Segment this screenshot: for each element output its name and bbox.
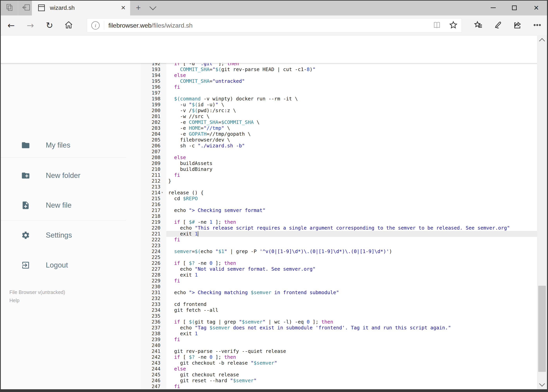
sidebar-item-new-folder[interactable]: New folder: [1, 165, 138, 186]
favorite-star-button[interactable]: [445, 19, 462, 32]
sidebar-item-label: My files: [46, 141, 70, 149]
active-tab[interactable]: wizard.sh ✕: [32, 0, 130, 15]
tab-list-button[interactable]: [146, 0, 159, 15]
code-line[interactable]: 200 -v /$(pwd):/src:z \: [141, 108, 537, 113]
line-number: 207: [141, 149, 160, 155]
sidebar-item-new-file[interactable]: New file: [1, 195, 138, 216]
code-line[interactable]: 213: [141, 184, 537, 190]
code-line[interactable]: 244 else: [141, 366, 537, 372]
code-line[interactable]: 236 if [ $(git tag | grep "$semver" | wc…: [141, 319, 537, 325]
window-minimize-button[interactable]: [485, 0, 502, 15]
share-page-button[interactable]: [508, 15, 527, 35]
code-line[interactable]: 211 fi: [141, 172, 537, 178]
code-text: -w //src \: [168, 113, 209, 119]
scrollbar-thumb[interactable]: [538, 286, 546, 372]
ellipsis-icon: [533, 21, 542, 30]
code-line[interactable]: 216: [141, 202, 537, 207]
code-line[interactable]: 221 exit 1: [141, 231, 537, 237]
code-line[interactable]: 205 filebrowser/dev \: [141, 137, 537, 143]
scroll-down-button[interactable]: [537, 379, 547, 389]
line-number: 212: [141, 178, 160, 184]
code-editor[interactable]: 192 if [ -d ".git" ]; then193 COMMIT_SHA…: [141, 63, 537, 389]
code-line[interactable]: 210 buildBinary: [141, 166, 537, 172]
code-line[interactable]: 232: [141, 295, 537, 301]
more-menu-button[interactable]: [528, 15, 547, 35]
window-close-button[interactable]: ✕: [528, 0, 545, 15]
sidebar-item-my-files[interactable]: My files: [1, 134, 138, 156]
code-line[interactable]: 212}: [141, 178, 537, 184]
reading-view-button[interactable]: [429, 19, 445, 32]
code-line[interactable]: 238 exit 1: [141, 331, 537, 337]
home-button[interactable]: [60, 15, 77, 35]
code-line[interactable]: 209 buildAssets: [141, 161, 537, 166]
refresh-button[interactable]: ↻: [41, 15, 58, 35]
code-line[interactable]: 196 fi: [141, 84, 537, 90]
code-line[interactable]: 233 cd frontend: [141, 301, 537, 307]
code-line[interactable]: 202 -e COMMIT_SHA=$COMMIT_SHA \: [141, 119, 537, 125]
code-text: if [ $(git tag | grep "$semver" | wc -l)…: [168, 319, 333, 325]
new-tab-button[interactable]: +: [132, 0, 145, 15]
code-line[interactable]: 228 exit 1: [141, 272, 537, 278]
code-line[interactable]: 193 COMMIT_SHA="$(git rev-parse HEAD | c…: [141, 67, 537, 72]
code-line[interactable]: 198 $(command -v winpty) docker run --rm…: [141, 96, 537, 102]
code-line[interactable]: 220 echo "This release script requires a…: [141, 225, 537, 231]
code-line[interactable]: 246 git reset --hard "$semver": [141, 378, 537, 384]
tab-preview-button[interactable]: [1, 0, 18, 15]
code-line[interactable]: 199 -u "$(id -u)" \: [141, 102, 537, 108]
code-line[interactable]: 223: [141, 243, 537, 249]
code-line[interactable]: 201 -w //src \: [141, 113, 537, 119]
line-number: 244: [141, 366, 160, 372]
code-line[interactable]: 214▾release () {: [141, 190, 537, 196]
sidebar-item-settings[interactable]: Settings: [1, 224, 138, 246]
code-line[interactable]: 224 semver=$(echo "$1" | grep -P '^v(0|[…: [141, 249, 537, 254]
code-line[interactable]: 195 COMMIT_SHA="untracked": [141, 78, 537, 84]
sidebar-item-label: Settings: [46, 231, 72, 239]
code-line[interactable]: 240: [141, 343, 537, 348]
fold-marker-icon[interactable]: ▾: [161, 189, 163, 195]
web-notes-button[interactable]: [489, 15, 507, 35]
code-line[interactable]: 218: [141, 213, 537, 219]
code-line[interactable]: 239 fi: [141, 337, 537, 343]
line-number: 217: [141, 207, 160, 213]
code-line[interactable]: 219 if [ $# -ne 1 ]; then: [141, 219, 537, 225]
code-line[interactable]: 206 sh -c "./wizard.sh -b": [141, 143, 537, 149]
favorites-hub-button[interactable]: [469, 15, 488, 35]
code-line[interactable]: 229 fi: [141, 278, 537, 284]
help-link[interactable]: Help: [9, 296, 19, 305]
code-line[interactable]: 226 if [ $? -ne 0 ]; then: [141, 260, 537, 266]
code-line[interactable]: 234 git fetch --all: [141, 307, 537, 313]
code-line[interactable]: 231 echo "> Checking matching $semver in…: [141, 290, 537, 295]
code-line[interactable]: 230: [141, 284, 537, 290]
window-maximize-button[interactable]: [506, 0, 523, 15]
page-scrollbar[interactable]: [537, 35, 547, 389]
url-field[interactable]: i filebrowser.web/files/wizard.sh: [87, 18, 462, 33]
code-line[interactable]: 194 else: [141, 72, 537, 78]
code-line[interactable]: 203 -e HOME="//tmp" \: [141, 125, 537, 131]
site-info-icon[interactable]: i: [91, 21, 100, 29]
code-line[interactable]: 208 else: [141, 155, 537, 161]
line-number: 234: [141, 307, 160, 313]
code-line[interactable]: 197: [141, 90, 537, 96]
book-icon: [433, 21, 441, 30]
code-line[interactable]: 215 cd $REPO: [141, 196, 537, 202]
scroll-up-button[interactable]: [537, 35, 547, 45]
code-line[interactable]: 241 git rev-parse --verify --quiet relea…: [141, 348, 537, 354]
forward-button[interactable]: →: [21, 15, 39, 35]
code-line[interactable]: 222 fi: [141, 237, 537, 243]
code-line[interactable]: 235: [141, 313, 537, 319]
new-file-icon: [21, 201, 30, 210]
back-button[interactable]: ←: [2, 15, 20, 35]
code-line[interactable]: 207: [141, 149, 537, 155]
code-line[interactable]: 242 if [ $? -ne 0 ]; then: [141, 354, 537, 360]
code-line[interactable]: 237 echo "Tag $semver does not exist in …: [141, 325, 537, 331]
code-line[interactable]: 245 git checkout release: [141, 372, 537, 378]
code-line[interactable]: 192 if [ -d ".git" ]; then: [141, 63, 537, 67]
sidebar-item-logout[interactable]: Logout: [1, 254, 138, 276]
code-line[interactable]: 217 echo "> Checking semver format": [141, 207, 537, 213]
code-line[interactable]: 227 echo "Not valid semver format. See s…: [141, 266, 537, 272]
code-line[interactable]: 225: [141, 254, 537, 260]
code-line[interactable]: 204 -e GOPATH=//tmp/gopath \: [141, 131, 537, 137]
code-line[interactable]: 247 fi: [141, 384, 537, 389]
code-line[interactable]: 243 git checkout -b release "$semver": [141, 360, 537, 366]
close-tab-button[interactable]: ✕: [116, 0, 130, 15]
